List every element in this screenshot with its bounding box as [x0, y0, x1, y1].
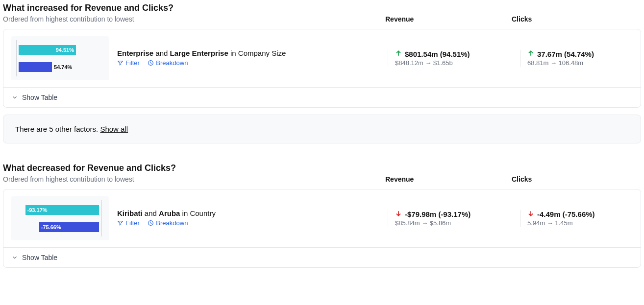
filter-icon [117, 220, 124, 226]
factor-links: Filter Breakdown [117, 59, 382, 68]
show-table-button[interactable]: Show Table [3, 87, 641, 107]
metric-revenue-sub: $85.84m → $5.86m [395, 219, 514, 227]
breakdown-link-label: Breakdown [156, 219, 188, 227]
bar-row-clicks: -75.66% [14, 222, 106, 233]
metric-clicks-text: 37.67m (54.74%) [537, 50, 594, 58]
metric-clicks-text: -4.49m (-75.66%) [537, 210, 595, 218]
chevron-down-icon [11, 94, 18, 101]
factor-card: 94.51% 54.74% Enterprise and Large Enter… [3, 29, 641, 108]
breakdown-icon [148, 220, 154, 226]
section-titles: What increased for Revenue and Clicks? O… [3, 3, 385, 23]
factor-links: Filter Breakdown [117, 219, 382, 228]
section-title: What increased for Revenue and Clicks? [3, 3, 385, 13]
section-increased: What increased for Revenue and Clicks? O… [3, 3, 641, 143]
factor-row: -93.17% -75.66% Kiribati and Aruba in Co… [3, 189, 641, 247]
show-all-link[interactable]: Show all [100, 125, 128, 133]
other-factors-banner: There are 5 other factors. Show all [3, 115, 641, 143]
section-decreased: What decreased for Revenue and Clicks? O… [3, 163, 641, 268]
metric-clicks-sub: 68.81m → 106.48m [527, 59, 633, 67]
mini-bar-chart: -93.17% -75.66% [11, 196, 109, 240]
breakdown-link-label: Breakdown [156, 59, 188, 67]
section-title: What decreased for Revenue and Clicks? [3, 163, 385, 173]
metric-clicks-sub: 5.94m → 1.45m [527, 219, 633, 227]
breakdown-link[interactable]: Breakdown [148, 219, 188, 227]
metric-clicks: -4.49m (-75.66%) 5.94m → 1.45m [520, 210, 633, 227]
column-header-revenue: Revenue [385, 15, 512, 23]
filter-link-label: Filter [125, 219, 140, 227]
banner-text: There are 5 other factors. [15, 125, 100, 133]
metric-clicks-value: -4.49m (-75.66%) [527, 210, 633, 218]
show-table-button[interactable]: Show Table [3, 247, 641, 267]
metric-revenue: $801.54m (94.51%) $848.12m → $1.65b [388, 50, 514, 67]
arrow-down-icon [527, 210, 534, 218]
filter-link-label: Filter [125, 59, 140, 67]
column-headers: Revenue Clicks [385, 175, 641, 183]
arrow-down-icon [395, 210, 402, 218]
column-header-revenue: Revenue [385, 175, 512, 183]
metric-revenue-text: -$79.98m (-93.17%) [405, 210, 471, 218]
bar-row-clicks: 54.74% [14, 62, 106, 72]
bar-clicks [19, 62, 52, 72]
breakdown-link[interactable]: Breakdown [148, 59, 188, 67]
factor-description: Kiribati and Aruba in Country Filter Bre… [115, 209, 382, 228]
bar-row-revenue: -93.17% [14, 205, 106, 215]
chevron-down-icon [11, 254, 18, 261]
metric-revenue-value: -$79.98m (-93.17%) [395, 210, 514, 218]
filter-link[interactable]: Filter [117, 59, 140, 67]
bar-row-revenue: 94.51% [14, 45, 106, 55]
bar-revenue-label: 94.51% [19, 45, 76, 55]
factor-description-text: Enterprise and Large Enterprise in Compa… [117, 49, 382, 57]
section-head: What decreased for Revenue and Clicks? O… [3, 163, 641, 183]
filter-icon [117, 60, 124, 66]
metric-clicks-value: 37.67m (54.74%) [527, 50, 633, 58]
bar-revenue-label: -93.17% [25, 205, 99, 215]
show-table-label: Show Table [22, 254, 57, 261]
mini-bar-chart: 94.51% 54.74% [11, 36, 109, 80]
breakdown-icon [148, 60, 154, 66]
bar-clicks-label: 54.74% [54, 62, 72, 72]
bar-clicks-label: -75.66% [39, 222, 99, 233]
factor-row: 94.51% 54.74% Enterprise and Large Enter… [3, 29, 641, 87]
arrow-up-icon [395, 50, 402, 58]
filter-link[interactable]: Filter [117, 219, 140, 227]
metric-revenue-text: $801.54m (94.51%) [405, 50, 470, 58]
factor-description-text: Kiribati and Aruba in Country [117, 209, 382, 217]
column-header-clicks: Clicks [512, 175, 641, 183]
metric-revenue: -$79.98m (-93.17%) $85.84m → $5.86m [388, 210, 514, 227]
metric-clicks: 37.67m (54.74%) 68.81m → 106.48m [520, 50, 633, 67]
section-subtitle: Ordered from highest contribution to low… [3, 15, 385, 23]
metric-revenue-value: $801.54m (94.51%) [395, 50, 514, 58]
section-titles: What decreased for Revenue and Clicks? O… [3, 163, 385, 183]
factor-description: Enterprise and Large Enterprise in Compa… [115, 49, 382, 68]
column-header-clicks: Clicks [512, 15, 641, 23]
arrow-up-icon [527, 50, 534, 58]
section-head: What increased for Revenue and Clicks? O… [3, 3, 641, 23]
factor-card: -93.17% -75.66% Kiribati and Aruba in Co… [3, 189, 641, 268]
section-subtitle: Ordered from highest contribution to low… [3, 175, 385, 183]
metric-revenue-sub: $848.12m → $1.65b [395, 59, 514, 67]
column-headers: Revenue Clicks [385, 15, 641, 23]
show-table-label: Show Table [22, 94, 57, 101]
